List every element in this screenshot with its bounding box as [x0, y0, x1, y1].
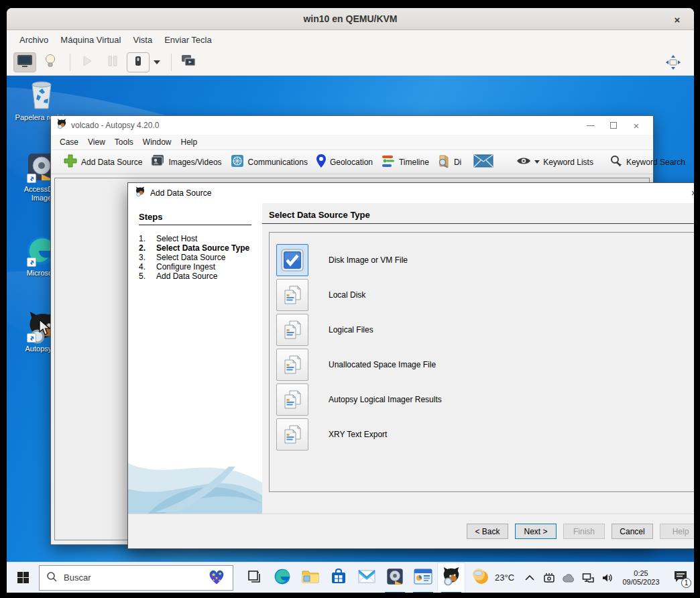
- minimize-icon: [587, 125, 595, 126]
- back-button[interactable]: < Back: [467, 524, 508, 539]
- autopsy-app-icon: [56, 119, 67, 132]
- action-center-button[interactable]: 1: [667, 562, 694, 593]
- clock-date: 09/05/2023: [620, 578, 662, 587]
- list-item-logical-files[interactable]: Logical Files: [276, 314, 694, 346]
- dialog-title: Add Data Source: [150, 188, 211, 198]
- minimize-button[interactable]: [579, 118, 602, 133]
- show-details-button[interactable]: [39, 52, 62, 72]
- button-label: Add Data Source: [81, 158, 142, 167]
- clock-time: 0:25: [620, 569, 662, 578]
- taskbar-search-box[interactable]: Buscar: [39, 565, 233, 591]
- shutdown-menu-caret-icon[interactable]: [154, 60, 160, 64]
- pause-icon: [107, 55, 118, 70]
- disk-image-button-selected[interactable]: [276, 244, 308, 276]
- close-button[interactable]: ×: [625, 118, 648, 133]
- dialog-close-icon[interactable]: ×: [691, 188, 694, 198]
- checked-disk-image-icon: [280, 248, 304, 272]
- next-button[interactable]: Next >: [515, 524, 557, 539]
- virtual-displays-button[interactable]: [177, 52, 200, 72]
- vm-menu-archivo[interactable]: Archivo: [13, 32, 54, 48]
- pause-vm-button[interactable]: [101, 52, 124, 72]
- show-hidden-icons-chevron[interactable]: [522, 571, 537, 585]
- vm-menu-vista[interactable]: Vista: [127, 32, 158, 48]
- step-number: 3.: [139, 253, 156, 262]
- button-label: Keyword Search: [626, 158, 685, 167]
- menu-window[interactable]: Window: [138, 135, 176, 149]
- menu-view[interactable]: View: [83, 135, 110, 149]
- run-vm-button[interactable]: [76, 52, 99, 72]
- taskbar-autopsy-button[interactable]: [437, 562, 465, 593]
- data-source-type-list: Disk Image or VM File Local Disk: [269, 232, 694, 492]
- power-icon: [133, 55, 143, 70]
- list-item-logical-imager[interactable]: Autopsy Logical Imager Results: [276, 383, 694, 416]
- taskbar-ftk-imager-button[interactable]: [381, 562, 409, 593]
- keyword-lists-button[interactable]: Keyword Lists: [512, 154, 597, 170]
- help-button[interactable]: Help: [660, 524, 694, 539]
- toolbar-separator: [171, 54, 172, 71]
- keyword-search-button[interactable]: Keyword Search: [605, 152, 689, 172]
- ftk-imager-icon: [386, 567, 404, 589]
- wizard-step-3: 3. Select Data Source: [139, 253, 253, 262]
- discovery-button[interactable]: Di: [433, 152, 465, 172]
- vm-window-title: win10 en QEMU/KVM: [303, 13, 397, 24]
- menu-tools[interactable]: Tools: [110, 135, 138, 149]
- logical-files-button[interactable]: [276, 314, 308, 346]
- volume-tray-icon[interactable]: [600, 571, 615, 585]
- email-button[interactable]: [469, 152, 498, 172]
- taskbar-registry-viewer-button[interactable]: [409, 562, 437, 593]
- network-tray-icon[interactable]: [581, 571, 595, 585]
- wizard-step-5: 5. Add Data Source: [139, 272, 253, 281]
- vm-titlebar[interactable]: win10 en QEMU/KVM ×: [7, 8, 694, 30]
- shutdown-vm-button[interactable]: [127, 52, 150, 72]
- list-item-xry-export[interactable]: XRY Text Export: [276, 418, 694, 451]
- console-view-button[interactable]: [13, 52, 36, 72]
- documents-icon: [281, 353, 304, 376]
- taskbar-store-button[interactable]: [325, 562, 353, 593]
- unallocated-space-button[interactable]: [276, 349, 308, 381]
- list-item-unallocated-space[interactable]: Unallocated Space Image File: [276, 349, 694, 381]
- list-item-local-disk[interactable]: Local Disk: [276, 279, 694, 311]
- vm-close-icon[interactable]: ×: [670, 12, 685, 27]
- logical-imager-button[interactable]: [276, 383, 308, 416]
- fullscreen-resize-icon[interactable]: [662, 52, 685, 72]
- timeline-button[interactable]: Timeline: [377, 152, 433, 172]
- geolocation-button[interactable]: Geolocation: [312, 152, 377, 172]
- caret-down-icon: [534, 160, 540, 164]
- xry-export-button[interactable]: [276, 418, 308, 451]
- shortcut-arrow-icon: [27, 174, 36, 183]
- vm-menu-maquina-virtual[interactable]: Máquina Virtual: [54, 32, 127, 48]
- maximize-button[interactable]: [602, 118, 625, 133]
- taskbar-weather-widget[interactable]: 23°C: [465, 568, 521, 587]
- local-disk-button[interactable]: [276, 279, 308, 311]
- documents-icon: [281, 318, 304, 341]
- vm-tools-tray-icon[interactable]: [542, 571, 557, 585]
- cancel-button[interactable]: Cancel: [611, 524, 653, 539]
- dialog-footer: < Back Next > Finish Cancel Help: [128, 514, 694, 548]
- finish-button[interactable]: Finish: [563, 524, 605, 539]
- list-item-label: Autopsy Logical Imager Results: [329, 395, 442, 404]
- list-item-label: Local Disk: [329, 290, 365, 300]
- images-videos-button[interactable]: Images/Videos: [146, 152, 225, 172]
- list-item-disk-image[interactable]: Disk Image or VM File: [276, 244, 694, 276]
- communications-button[interactable]: Communications: [226, 152, 312, 172]
- taskbar-edge-button[interactable]: [268, 562, 296, 593]
- taskbar-file-explorer-button[interactable]: [296, 562, 325, 593]
- autopsy-titlebar[interactable]: volcado - Autopsy 4.20.0 ×: [51, 116, 653, 135]
- communications-icon: [230, 154, 245, 170]
- vm-menu-enviar-tecla[interactable]: Enviar Tecla: [158, 32, 218, 48]
- step-label: Add Data Source: [156, 272, 253, 281]
- dialog-titlebar[interactable]: Add Data Source ×: [128, 183, 694, 203]
- add-data-source-dialog: Add Data Source × Steps 1. Select Host 2…: [127, 182, 694, 549]
- onedrive-cloud-icon[interactable]: [561, 571, 576, 585]
- vm-menubar: Archivo Máquina Virtual Vista Enviar Tec…: [7, 30, 694, 49]
- menu-case[interactable]: Case: [55, 135, 83, 149]
- start-button[interactable]: [7, 562, 39, 593]
- wizard-step-4: 4. Configure Ingest: [139, 262, 253, 272]
- add-data-source-button[interactable]: Add Data Source: [59, 152, 146, 172]
- taskbar-clock[interactable]: 0:25 09/05/2023: [615, 569, 667, 587]
- task-view-button[interactable]: [240, 562, 268, 593]
- edge-icon: [274, 568, 291, 588]
- menu-help[interactable]: Help: [176, 135, 202, 149]
- taskbar-mail-button[interactable]: [353, 562, 381, 593]
- button-label: Communications: [248, 158, 308, 167]
